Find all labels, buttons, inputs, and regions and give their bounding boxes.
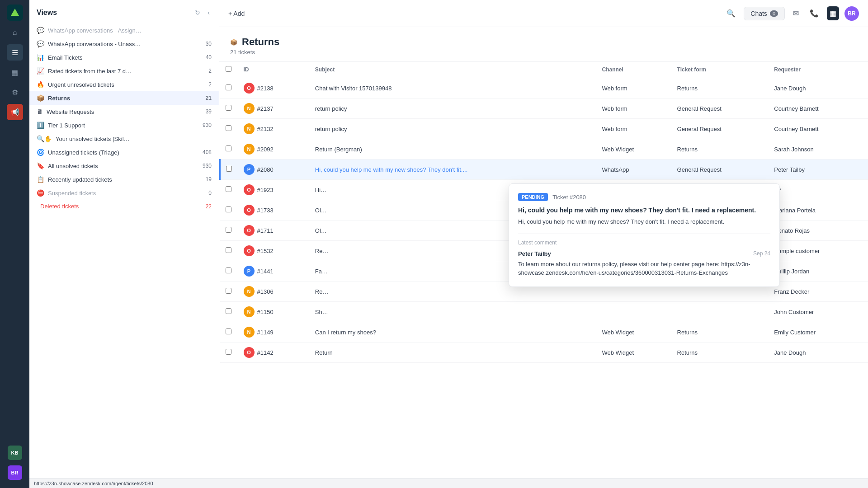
chats-button[interactable]: Chats 0 [744,7,785,20]
table-row[interactable]: N #2137 return policy Web form General R… [220,99,868,119]
row-checkbox-10[interactable] [226,288,231,294]
sidebar-item-2[interactable]: 📊Email Tickets40 [29,51,219,64]
sidebar-item-5[interactable]: 📦Returns21 [29,91,219,105]
status-dot-1: N [244,103,255,114]
status-dot-12: N [244,327,255,338]
ticket-id-2: #2132 [257,126,274,132]
select-all-checkbox[interactable] [226,66,231,72]
row-subject-3: Return (Bergman) [310,139,597,160]
sidebar-item-6[interactable]: 🖥Website Requests39 [29,105,219,118]
row-checkbox-cell-9 [220,261,238,282]
sidebar-item-13[interactable]: Deleted tickets22 [29,200,219,213]
latest-comment-label: Latest comment [518,239,770,246]
status-dot-3: N [244,144,255,155]
row-checkbox-4[interactable] [226,166,232,172]
row-checkbox-2[interactable] [226,125,231,131]
col-channel: Channel [597,61,672,78]
comment-date: Sep 24 [753,250,770,257]
row-form-12: Returns [672,322,769,343]
row-subject-1: return policy [310,99,597,119]
sidebar-item-4[interactable]: 🔥Urgent unresolved tickets2 [29,78,219,91]
nav-home-icon[interactable]: ⌂ [7,24,23,41]
row-checkbox-12[interactable] [226,328,231,334]
sidebar-item-1[interactable]: 💬WhatsApp conversations - Unass…30 [29,37,219,51]
row-checkbox-1[interactable] [226,105,231,111]
row-id-cell-0: O #2138 [238,78,310,99]
sidebar-item-label-9: Unassigned tickets (Triage) [48,149,199,156]
ticket-id-5: #1923 [257,187,274,193]
row-checkbox-5[interactable] [226,186,231,192]
grid-button[interactable]: ▦ [827,6,839,20]
ticket-id-9: #1441 [257,268,274,275]
status-dot-8: O [244,245,255,256]
nav-settings-icon[interactable]: ⚙ [7,84,23,100]
sidebar-header: Views ↻ ‹ [29,0,219,22]
refresh-button[interactable]: ↻ [193,7,202,18]
nav-reports-icon[interactable]: ▦ [7,64,23,80]
row-requester-13: Jane Dough [769,343,868,363]
sidebar-item-label-1: WhatsApp conversations - Unass… [48,41,202,47]
sidebar-item-count-1: 30 [206,41,212,47]
row-checkbox-cell-13 [220,343,238,363]
row-checkbox-3[interactable] [226,145,231,151]
sidebar-item-count-13: 22 [206,203,212,210]
sidebar-item-label-5: Returns [48,95,202,102]
table-row[interactable]: N #2132 return policy Web form General R… [220,119,868,139]
phone-button[interactable]: 📞 [807,6,821,20]
row-requester-8: Sample customer [769,241,868,261]
status-dot-10: N [244,286,255,297]
sidebar-item-icon-11: 📋 [37,176,44,183]
sidebar-item-label-10: All unsolved tickets [48,163,199,169]
compose-button[interactable]: ✉ [790,6,802,20]
row-checkbox-cell-0 [220,78,238,99]
statusbar: https://z3n-showcase.zendesk.com/agent/t… [29,478,868,488]
row-form-3: Returns [672,139,769,160]
content-area: 📦 Returns 21 tickets ID Subject Channel … [219,27,868,488]
row-checkbox-13[interactable] [226,349,231,355]
row-requester-11: John Customer [769,302,868,322]
sidebar-item-9[interactable]: 🌀Unassigned tickets (Triage)408 [29,145,219,159]
ticket-id-7: #1711 [257,227,274,234]
row-checkbox-0[interactable] [226,84,231,90]
add-button[interactable]: + Add [228,10,245,17]
row-checkbox-9[interactable] [226,267,231,273]
row-checkbox-6[interactable] [226,206,231,212]
ticket-id-6: #1733 [257,207,274,214]
table-row[interactable]: P #2080 Hi, could you help me with my ne… [220,160,868,180]
row-subject-13: Return [310,343,597,363]
row-checkbox-11[interactable] [226,308,231,314]
comment-author: Peter Tailby [518,250,551,257]
sidebar-item-icon-6: 🖥 [37,108,43,115]
sidebar-item-11[interactable]: 📋Recently updated tickets19 [29,173,219,186]
sidebar-item-12[interactable]: ⛔Suspended tickets0 [29,186,219,200]
table-row[interactable]: O #2138 Chat with Visitor 1570139948 Web… [220,78,868,99]
row-checkbox-8[interactable] [226,247,231,253]
nav-notifications-icon[interactable]: 📢 [7,104,23,120]
kb-button[interactable]: KB [8,446,22,460]
sidebar-actions: ↻ ‹ [193,7,212,18]
nav-tickets-icon[interactable]: ☰ [7,44,23,61]
search-button[interactable]: 🔍 [724,6,738,20]
row-requester-10: Franz Decker [769,282,868,302]
br-button[interactable]: BR [8,465,22,480]
row-requester-7: Renato Rojas [769,221,868,241]
table-row[interactable]: O #1142 Return Web Widget Returns Jane D… [220,343,868,363]
row-requester-3: Sarah Johnson [769,139,868,160]
sidebar-item-7[interactable]: 1️⃣Tier 1 Support930 [29,118,219,132]
row-id-cell-3: N #2092 [238,139,310,160]
statusbar-url: https://z3n-showcase.zendesk.com/agent/t… [34,481,153,486]
table-row[interactable]: N #2092 Return (Bergman) Web Widget Retu… [220,139,868,160]
table-row[interactable]: N #1149 Can I return my shoes? Web Widge… [220,322,868,343]
sidebar-item-count-3: 2 [208,68,212,74]
sidebar-item-8[interactable]: 🔍✋Your unsolved tickets [Skil… [29,132,219,145]
sidebar-item-3[interactable]: 📈Rated tickets from the last 7 d…2 [29,64,219,78]
collapse-button[interactable]: ‹ [206,7,212,18]
status-dot-2: N [244,123,255,134]
table-row[interactable]: N #1150 Sh… John Customer [220,302,868,322]
row-form-4: General Request [672,160,769,180]
row-checkbox-7[interactable] [226,227,231,233]
user-avatar[interactable]: BR [844,6,859,21]
ticket-id-12: #1149 [257,329,274,336]
sidebar-item-10[interactable]: 🔖All unsolved tickets930 [29,159,219,173]
sidebar-item-0[interactable]: 💬WhatsApp conversations - Assign… [29,23,219,37]
